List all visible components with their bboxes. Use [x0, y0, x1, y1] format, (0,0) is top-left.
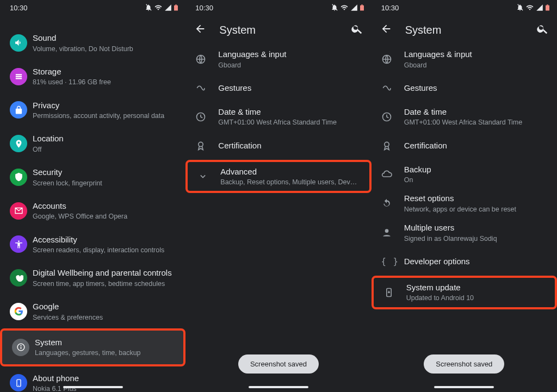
- location-icon: [10, 135, 27, 152]
- security-icon: [10, 169, 27, 186]
- status-icons: [516, 4, 549, 11]
- item-sub: On: [404, 176, 547, 184]
- item-title: Date & time: [404, 107, 547, 117]
- certification-icon: [381, 140, 392, 151]
- clock: 10:30: [10, 4, 28, 12]
- settings-item-system[interactable]: SystemLanguages, gestures, time, backup: [0, 328, 185, 366]
- settings-item-storage[interactable]: Storage81% used · 11.96 GB free: [0, 60, 185, 94]
- item-sub: Gboard: [218, 61, 361, 70]
- item-title: Digital Wellbeing and parental controls: [33, 267, 176, 278]
- item-sub: Network, apps or device can be reset: [404, 205, 547, 214]
- clock-icon: [195, 111, 206, 122]
- accessibility-icon: [10, 235, 27, 253]
- svg-point-3: [20, 345, 21, 346]
- item-sub: Permissions, account activity, personal …: [33, 111, 176, 120]
- system-item-datetime[interactable]: Date & timeGMT+01:00 West Africa Standar…: [372, 102, 557, 132]
- svg-point-17: [385, 229, 388, 233]
- system-item-users[interactable]: Multiple usersSigned in as Olanrewaju So…: [372, 218, 557, 247]
- page-title: System: [219, 24, 337, 36]
- dnd-icon: [145, 4, 152, 11]
- svg-rect-4: [20, 347, 21, 349]
- item-title: Developer options: [404, 256, 547, 267]
- item-title: Multiple users: [404, 222, 547, 233]
- system-item-certification[interactable]: Certification: [185, 132, 371, 160]
- item-sub: Volume, vibration, Do Not Disturb: [33, 45, 176, 53]
- item-sub: 81% used · 11.96 GB free: [33, 78, 176, 86]
- toast[interactable]: Screenshot saved: [238, 354, 319, 374]
- clock: 10:30: [381, 4, 399, 12]
- battery-icon: [174, 4, 178, 11]
- nav-bar: [185, 382, 371, 392]
- system-item-developer[interactable]: { } Developer options: [372, 247, 557, 276]
- status-icons: [331, 4, 364, 11]
- system-item-gestures[interactable]: Gestures: [185, 74, 371, 102]
- system-item-certification[interactable]: Certification: [372, 132, 557, 160]
- page-title: System: [405, 24, 523, 36]
- battery-icon: [546, 4, 549, 11]
- item-sub: Off: [33, 145, 176, 154]
- item-title: Gestures: [404, 83, 547, 94]
- back-button[interactable]: [380, 23, 392, 37]
- settings-item-sound[interactable]: SoundVolume, vibration, Do Not Disturb: [0, 26, 185, 60]
- system-item-gestures[interactable]: Gestures: [372, 74, 557, 102]
- system-item-update[interactable]: System updateUpdated to Android 10: [372, 276, 557, 309]
- clock-icon: [381, 111, 392, 122]
- signal-icon: [164, 4, 172, 11]
- system-item-reset[interactable]: Reset optionsNetwork, apps or device can…: [372, 189, 557, 218]
- settings-item-google[interactable]: GoogleServices & preferences: [0, 295, 185, 328]
- svg-rect-7: [360, 5, 364, 11]
- item-title: Backup: [404, 164, 547, 175]
- item-title: Advanced: [220, 166, 359, 177]
- svg-rect-8: [361, 4, 363, 5]
- item-title: System update: [406, 282, 545, 293]
- system-settings-screen: 10:30 System Languages & inputGboard Ges…: [185, 0, 371, 392]
- settings-item-accounts[interactable]: AccountsGoogle, WPS Office and Opera: [0, 194, 185, 228]
- system-item-languages[interactable]: Languages & inputGboard: [372, 45, 557, 74]
- search-button[interactable]: [351, 23, 363, 37]
- clock: 10:30: [195, 4, 213, 12]
- item-title: Security: [33, 167, 176, 178]
- settings-item-wellbeing[interactable]: Digital Wellbeing and parental controlsS…: [0, 261, 185, 295]
- status-icons: [145, 4, 178, 11]
- update-icon: [383, 287, 394, 298]
- item-title: Google: [33, 301, 176, 312]
- settings-item-security[interactable]: SecurityScreen lock, fingerprint: [0, 160, 185, 194]
- item-sub: Signed in as Olanrewaju Sodiq: [404, 234, 547, 243]
- settings-item-accessibility[interactable]: AccessibilityScreen readers, display, in…: [0, 228, 185, 262]
- item-title: Date & time: [218, 107, 361, 117]
- item-title: Sound: [33, 33, 176, 43]
- globe-icon: [381, 54, 392, 65]
- gestures-icon: [195, 83, 206, 94]
- system-item-backup[interactable]: BackupOn: [372, 160, 557, 189]
- settings-main-screen: 10:30 SoundVolume, vibration, Do Not Dis…: [0, 0, 185, 392]
- item-sub: Screen time, app timers, bedtime schedul…: [33, 279, 176, 288]
- settings-item-location[interactable]: LocationOff: [0, 127, 185, 160]
- system-item-advanced[interactable]: AdvancedBackup, Reset options, Multiple …: [185, 160, 371, 194]
- search-button[interactable]: [536, 23, 548, 37]
- nav-bar: [0, 382, 185, 392]
- item-sub: Services & preferences: [33, 313, 176, 322]
- status-bar: 10:30: [372, 0, 557, 15]
- system-item-languages[interactable]: Languages & inputGboard: [185, 45, 371, 74]
- wifi-icon: [154, 4, 162, 11]
- item-title: Languages & input: [404, 49, 547, 60]
- back-button[interactable]: [194, 23, 206, 37]
- wifi-icon: [341, 4, 348, 11]
- system-icon: [12, 339, 29, 356]
- dnd-icon: [516, 4, 524, 11]
- item-sub: GMT+01:00 West Africa Standard Time: [218, 118, 361, 127]
- item-sub: GMT+01:00 West Africa Standard Time: [404, 118, 547, 127]
- settings-item-privacy[interactable]: PrivacyPermissions, account activity, pe…: [0, 94, 185, 127]
- globe-icon: [195, 54, 206, 65]
- item-title: Certification: [218, 140, 361, 151]
- app-bar: System: [372, 15, 557, 45]
- accounts-icon: [10, 202, 27, 220]
- nav-bar: [372, 382, 557, 392]
- toast[interactable]: Screenshot saved: [424, 354, 504, 374]
- item-sub: Screen readers, display, interaction con…: [33, 246, 176, 254]
- google-icon: [10, 303, 27, 320]
- storage-icon: [10, 68, 27, 85]
- item-title: Certification: [404, 140, 547, 151]
- system-item-datetime[interactable]: Date & timeGMT+01:00 West Africa Standar…: [185, 102, 371, 132]
- item-sub: Google, WPS Office and Opera: [33, 212, 176, 221]
